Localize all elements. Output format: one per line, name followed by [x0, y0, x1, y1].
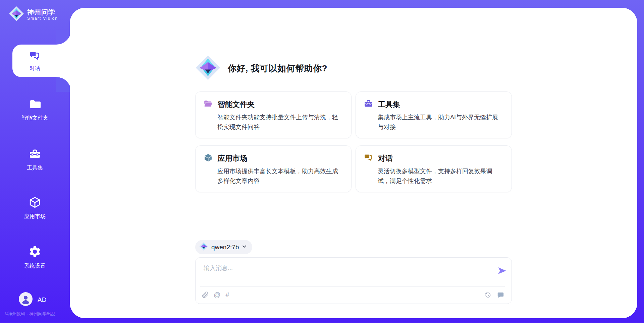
app-frame: 神州问学 Smart Vision 对话 智能文件夹 [0, 0, 644, 323]
sidebar-item-market[interactable]: 应用市场 [0, 196, 70, 220]
open-folder-icon [204, 99, 213, 110]
card-description: 智能文件夹功能支持批量文件上传与清洗，轻松实现文件问答 [217, 113, 343, 132]
sidebar-item-toolset[interactable]: 工具集 [0, 148, 70, 172]
sidebar-item-label: 智能文件夹 [21, 115, 48, 122]
card-title: 工具集 [378, 100, 400, 110]
card-toolset[interactable]: 工具集 集成市场上主流工具，助力AI与外界无缝扩展与对接 [356, 91, 512, 138]
hash-icon[interactable]: # [225, 291, 229, 298]
cube-icon [29, 196, 41, 210]
card-chat[interactable]: 对话 灵活切换多模型文件，支持多样回复效果调试，满足个性化需求 [356, 145, 512, 192]
brand-subtitle: Smart Vision [27, 16, 58, 21]
folder-icon [29, 98, 41, 112]
sidebar-item-label: 应用市场 [24, 213, 46, 220]
brand-gem-icon [9, 6, 24, 23]
feature-cards: 智能文件夹 智能文件夹功能支持批量文件上传与清洗，轻松实现文件问答 [195, 91, 512, 192]
sidebar-item-label: 对话 [30, 65, 40, 72]
send-button[interactable] [497, 266, 507, 276]
composer-toolbar: @ # [202, 286, 504, 304]
sidebar-item-chat[interactable]: 对话 [0, 45, 70, 77]
chat-bubbles-icon [29, 50, 41, 63]
person-avatar-icon [19, 292, 33, 307]
card-description: 集成市场上主流工具，助力AI与外界无缝扩展与对接 [378, 113, 503, 132]
sidebar-item-folder[interactable]: 智能文件夹 [0, 98, 70, 122]
composer: qwen2:7b [195, 240, 512, 304]
sidebar-item-label: 系统设置 [24, 263, 46, 270]
greeting-title: 你好, 我可以如何帮助你? [228, 63, 327, 74]
card-title: 对话 [378, 153, 393, 164]
tab-fillet-top [56, 30, 71, 45]
card-description: 应用市场提供丰富长文本模板，助力高效生成多样化文章内容 [217, 167, 343, 186]
message-input[interactable] [196, 258, 491, 286]
paperclip-icon[interactable] [202, 291, 209, 298]
tab-fillet-bottom [56, 77, 71, 92]
toolbox-icon [29, 148, 41, 161]
gear-icon [28, 245, 42, 260]
card-title: 智能文件夹 [218, 100, 255, 110]
main-panel: 你好, 我可以如何帮助你? 智能文件夹 智能文件夹功能支持批量文件上传与清洗，轻… [70, 8, 637, 318]
cube-icon [204, 153, 213, 164]
card-app-market[interactable]: 应用市场 应用市场提供丰富长文本模板，助力高效生成多样化文章内容 [195, 145, 352, 192]
sidebar-item-label: 工具集 [27, 165, 43, 172]
card-smart-folder[interactable]: 智能文件夹 智能文件夹功能支持批量文件上传与清洗，轻松实现文件问答 [195, 91, 352, 138]
user-name: AD [38, 296, 46, 304]
brand-name: 神州问学 [27, 8, 58, 16]
at-sign-icon[interactable]: @ [214, 291, 220, 298]
sidebar-footer: ©神州数码 · 神州问学出品 [5, 311, 70, 317]
sidebar-item-settings[interactable]: 系统设置 [0, 245, 70, 270]
model-selector[interactable]: qwen2:7b [195, 240, 252, 254]
message-input-box: @ # [195, 257, 512, 304]
chat-square-icon[interactable] [497, 291, 504, 299]
model-gem-icon [199, 242, 208, 252]
greeting: 你好, 我可以如何帮助你? [195, 55, 512, 82]
model-name: qwen2:7b [211, 244, 239, 251]
card-title: 应用市场 [218, 153, 247, 164]
window-bottom-edge [0, 323, 644, 325]
greeting-gem-icon [195, 55, 221, 82]
chevron-down-icon [242, 244, 247, 250]
brand: 神州问学 Smart Vision [9, 6, 66, 23]
toolbox-icon [364, 99, 373, 110]
chat-bubbles-icon [364, 153, 373, 164]
history-clock-icon[interactable] [484, 291, 491, 299]
user-profile[interactable]: AD [19, 292, 46, 307]
card-description: 灵活切换多模型文件，支持多样回复效果调试，满足个性化需求 [378, 167, 503, 186]
